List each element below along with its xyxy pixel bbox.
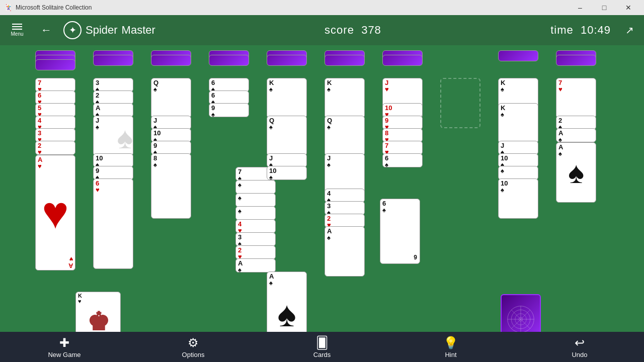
spider-logo: ✦ bbox=[63, 21, 82, 39]
card-ks-col5[interactable]: K♠ bbox=[267, 78, 307, 118]
game-name: Spider bbox=[86, 24, 118, 37]
card-k-floating[interactable]: K♥ ♚ K bbox=[75, 292, 121, 332]
card-xs2-col9[interactable]: 10♠ bbox=[498, 178, 538, 219]
new-game-label: New Game bbox=[48, 351, 80, 358]
game-mode: Master bbox=[122, 24, 155, 37]
card-8h-col7[interactable]: 8♥ bbox=[382, 128, 423, 142]
titlebar-controls: – □ ✕ bbox=[569, 0, 640, 15]
card-3h[interactable]: 3♥ bbox=[35, 128, 75, 142]
time-display: time 10:49 bbox=[550, 24, 611, 37]
hint-button[interactable]: 💡 Hint bbox=[421, 336, 481, 358]
card-ks2-col9[interactable]: K♠ bbox=[498, 103, 538, 143]
card-2s-col2[interactable]: 2♠ bbox=[93, 90, 133, 105]
card-ah[interactable]: ♥ A♥ A♥ bbox=[35, 155, 75, 270]
card-7s-pile[interactable]: ♠ bbox=[235, 206, 276, 220]
back-icon: ← bbox=[41, 24, 52, 37]
card-xs-float3[interactable]: ♠ bbox=[235, 193, 276, 207]
app-icon: 🃏 bbox=[4, 4, 13, 12]
card-xs-float2[interactable]: ♠ bbox=[235, 180, 276, 194]
cards-label: Cards bbox=[313, 351, 331, 358]
card-3s-col2[interactable]: 3♠ bbox=[93, 78, 133, 92]
card-2h-col6[interactable]: 2♥ bbox=[325, 214, 365, 228]
card-back[interactable] bbox=[382, 55, 423, 66]
card-js-col6[interactable]: J♠ bbox=[325, 153, 365, 194]
new-game-button[interactable]: ✚ New Game bbox=[34, 336, 95, 358]
empty-slot-col8[interactable] bbox=[440, 78, 480, 128]
card-2s-col10[interactable]: 2♠ bbox=[556, 116, 596, 130]
back-button[interactable]: ← bbox=[34, 18, 58, 42]
card-as-col6[interactable]: A♠ bbox=[325, 226, 365, 277]
card-5h[interactable]: 5♥ bbox=[35, 103, 75, 117]
card-2h-float[interactable]: 2♥ bbox=[235, 245, 276, 259]
card-qs[interactable]: Q♠ bbox=[151, 78, 191, 118]
completed-pile[interactable] bbox=[501, 294, 541, 332]
card-back[interactable] bbox=[35, 59, 75, 70]
card-10s-col2[interactable]: 10♠ bbox=[93, 153, 133, 167]
expand-button[interactable]: ↗ bbox=[621, 21, 639, 39]
card-4h[interactable]: 4♥ bbox=[35, 116, 75, 130]
menu-button[interactable]: Menu bbox=[5, 18, 29, 42]
card-4h-float[interactable]: 4♥ bbox=[235, 219, 276, 233]
card-6s-col4a[interactable]: 6♠ bbox=[209, 78, 249, 92]
maximize-button[interactable]: □ bbox=[593, 0, 616, 15]
card-7h-col7[interactable]: 7♥ bbox=[382, 141, 423, 155]
card-6s-bottom[interactable]: 6♠ 9 bbox=[380, 199, 420, 264]
bottom-bar: ✚ New Game ⚙ Options 🂠 Cards 💡 Hint ↩ Un… bbox=[0, 332, 644, 362]
game-toolbar: Menu ← ✦ Spider Master score 378 time 10… bbox=[0, 15, 644, 45]
new-game-icon: ✚ bbox=[59, 336, 69, 350]
card-10s-col9[interactable]: 10♠ bbox=[498, 153, 538, 167]
card-js-col5[interactable]: J♠ bbox=[267, 153, 307, 167]
card-9s-col2[interactable]: 9♠ bbox=[93, 166, 133, 180]
card-4s-col6[interactable]: 4♠ bbox=[325, 189, 365, 203]
card-10h-col7[interactable]: 10♥ bbox=[382, 103, 423, 117]
card-ks-col6[interactable]: K♠ bbox=[325, 78, 365, 118]
score-label: score bbox=[325, 24, 354, 36]
menu-label: Menu bbox=[11, 31, 23, 37]
card-js-col2[interactable]: J♠ ♠ bbox=[93, 116, 133, 156]
game-title-area: ✦ Spider Master bbox=[63, 21, 155, 39]
card-8s-col3[interactable]: 8♠ bbox=[151, 153, 191, 219]
card-as-float[interactable]: A♠ bbox=[235, 258, 276, 273]
card-back[interactable] bbox=[93, 55, 133, 66]
card-back[interactable] bbox=[267, 55, 307, 66]
card-js-col9[interactable]: J♠ bbox=[498, 141, 538, 155]
card-7h[interactable]: 7♥ bbox=[35, 78, 75, 92]
card-6h[interactable]: 6♥ bbox=[35, 90, 75, 105]
card-js-col3[interactable]: J♠ bbox=[151, 116, 191, 130]
options-button[interactable]: ⚙ Options bbox=[163, 336, 223, 358]
card-9s-col4[interactable]: 9♠ bbox=[209, 103, 249, 117]
card-qs-col6[interactable]: Q♠ bbox=[325, 116, 365, 156]
card-6s-col4b[interactable]: 6♠ bbox=[209, 90, 249, 105]
hint-label: Hint bbox=[445, 351, 456, 358]
card-back[interactable] bbox=[209, 55, 249, 66]
card-back[interactable] bbox=[325, 55, 365, 66]
card-back[interactable] bbox=[151, 55, 191, 66]
card-back[interactable] bbox=[556, 55, 596, 66]
card-9h-col7[interactable]: 9♥ bbox=[382, 116, 423, 130]
spider-web-icon bbox=[506, 304, 536, 332]
card-10s-col3[interactable]: 10♠ bbox=[151, 128, 191, 142]
card-as-col2[interactable]: A♠ bbox=[93, 103, 133, 117]
undo-icon: ↩ bbox=[575, 336, 585, 350]
card-qs-col5[interactable]: Q♠ bbox=[267, 116, 307, 156]
card-3s-col6[interactable]: 3♠ bbox=[325, 201, 365, 215]
card-7h-col10[interactable]: 7♥ bbox=[556, 78, 596, 118]
card-3s-float[interactable]: 3♠ bbox=[235, 232, 276, 246]
card-xs-col9[interactable]: ♠ bbox=[498, 166, 538, 180]
close-button[interactable]: ✕ bbox=[617, 0, 640, 15]
card-2h[interactable]: 2♥ bbox=[35, 141, 75, 155]
card-6s-col7[interactable]: 6♠ bbox=[382, 153, 423, 167]
options-label: Options bbox=[182, 351, 205, 358]
card-10s-col5[interactable]: 10♠ bbox=[267, 166, 307, 180]
card-6h-col2[interactable]: 6♥ bbox=[93, 178, 133, 269]
card-as-big-col10[interactable]: ♠ A♠ bbox=[556, 142, 596, 203]
card-as-big[interactable]: ♠ A♠ bbox=[267, 272, 307, 332]
card-back[interactable] bbox=[498, 50, 538, 61]
undo-button[interactable]: ↩ Undo bbox=[549, 336, 610, 358]
undo-label: Undo bbox=[572, 351, 587, 358]
title-bar: 🃏 Microsoft Solitaire Collection – □ ✕ bbox=[0, 0, 644, 15]
card-9s-col3[interactable]: 9♠ bbox=[151, 141, 191, 155]
card-as-col10[interactable]: A♠ bbox=[556, 128, 596, 142]
cards-button[interactable]: 🂠 Cards bbox=[292, 336, 352, 358]
minimize-button[interactable]: – bbox=[569, 0, 592, 15]
